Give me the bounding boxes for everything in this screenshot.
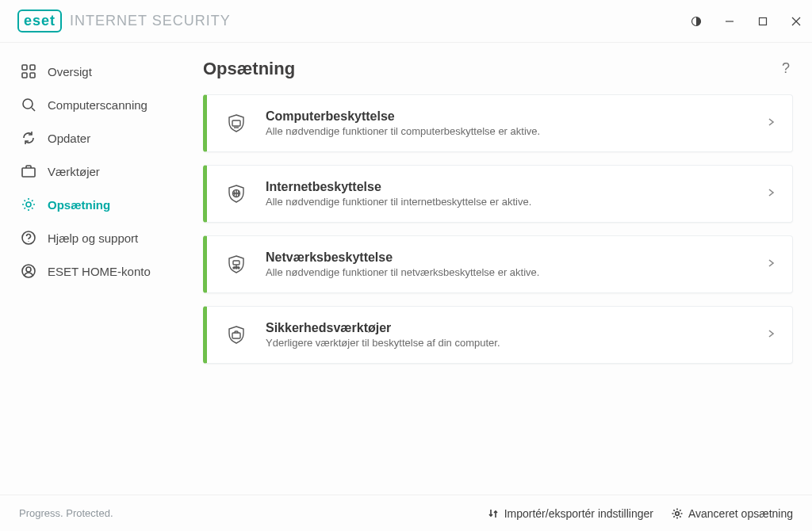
sidebar-item-tools[interactable]: Værktøjer — [0, 155, 189, 187]
svg-rect-20 — [233, 261, 239, 265]
sidebar-item-label: Opsætning — [48, 198, 110, 212]
footer: Progress. Protected. Importér/eksportér … — [0, 495, 812, 531]
import-export-label: Importér/eksportér indstillinger — [504, 507, 653, 520]
card-network-protection[interactable]: Netværksbeskyttelse Alle nødvendige funk… — [203, 235, 793, 293]
card-title: Computerbeskyttelse — [266, 109, 765, 124]
sidebar-item-label: Værktøjer — [48, 165, 100, 178]
sidebar-item-help[interactable]: Hjælp og support — [0, 222, 189, 254]
svg-point-9 — [23, 99, 33, 109]
svg-point-16 — [26, 267, 31, 272]
svg-point-14 — [28, 241, 29, 242]
svg-point-27 — [676, 511, 680, 515]
sidebar: Oversigt Computerscanning Opdater Værktø… — [0, 43, 189, 495]
footer-actions: Importér/eksportér indstillinger Avancer… — [487, 507, 793, 520]
card-body: Internetbeskyttelse Alle nødvendige funk… — [266, 180, 765, 208]
sidebar-item-label: Hjælp og support — [48, 231, 138, 245]
card-list: Computerbeskyttelse Alle nødvendige funk… — [203, 94, 793, 364]
titlebar: eset INTERNET SECURITY — [0, 0, 812, 43]
update-icon — [21, 130, 36, 146]
chevron-right-icon — [765, 187, 776, 201]
brand-logo: eset — [17, 10, 62, 32]
svg-rect-6 — [30, 65, 35, 70]
card-body: Computerbeskyttelse Alle nødvendige funk… — [266, 109, 765, 137]
shield-globe-icon — [224, 182, 248, 206]
page-title: Opsætning — [203, 59, 295, 79]
svg-rect-2 — [760, 17, 767, 25]
card-title: Sikkerhedsværktøjer — [266, 321, 765, 335]
account-icon — [21, 263, 36, 279]
chevron-right-icon — [765, 117, 776, 131]
card-subtitle: Alle nødvendige funktioner til internetb… — [266, 196, 765, 208]
brand: eset INTERNET SECURITY — [17, 10, 231, 32]
card-body: Netværksbeskyttelse Alle nødvendige funk… — [266, 250, 765, 278]
minimize-button[interactable] — [723, 15, 736, 28]
brand-product-name: INTERNET SECURITY — [70, 13, 231, 29]
sidebar-item-label: ESET HOME-konto — [48, 265, 151, 278]
svg-point-13 — [22, 231, 35, 244]
main-row: Oversigt Computerscanning Opdater Værktø… — [0, 43, 812, 495]
contrast-icon[interactable] — [690, 15, 703, 28]
shield-monitor-icon — [224, 112, 248, 136]
svg-rect-17 — [232, 120, 240, 126]
sidebar-item-scan[interactable]: Computerscanning — [0, 89, 189, 120]
window-controls — [690, 15, 802, 28]
sidebar-item-label: Opdater — [48, 132, 90, 145]
sidebar-item-label: Computerscanning — [48, 98, 147, 112]
card-body: Sikkerhedsværktøjer Yderligere værktøjer… — [266, 321, 765, 349]
sidebar-list: Oversigt Computerscanning Opdater Værktø… — [0, 55, 189, 287]
card-subtitle: Alle nødvendige funktioner til computerb… — [266, 125, 765, 137]
advanced-setup-label: Avanceret opsætning — [688, 507, 793, 520]
svg-rect-26 — [232, 333, 240, 338]
import-export-button[interactable]: Importér/eksportér indstillinger — [487, 507, 653, 520]
footer-tagline: Progress. Protected. — [19, 507, 113, 519]
card-title: Internetbeskyttelse — [266, 180, 765, 194]
sidebar-item-account[interactable]: ESET HOME-konto — [0, 255, 189, 287]
scan-icon — [21, 97, 36, 113]
sidebar-item-label: Oversigt — [48, 65, 92, 78]
help-button[interactable]: ? — [779, 57, 793, 80]
shield-briefcase-icon — [224, 323, 248, 347]
card-computer-protection[interactable]: Computerbeskyttelse Alle nødvendige funk… — [203, 94, 793, 152]
maximize-button[interactable] — [756, 15, 769, 28]
help-icon — [21, 230, 36, 246]
page-head: Opsætning ? — [203, 57, 793, 80]
setup-icon — [21, 197, 36, 212]
svg-rect-11 — [22, 168, 35, 177]
card-security-tools[interactable]: Sikkerhedsværktøjer Yderligere værktøjer… — [203, 306, 793, 364]
tools-icon — [21, 163, 36, 179]
overview-icon — [21, 63, 36, 79]
sidebar-item-overview[interactable]: Oversigt — [0, 55, 189, 87]
card-subtitle: Yderligere værktøjer til beskyttelse af … — [266, 337, 765, 349]
svg-rect-7 — [22, 73, 27, 78]
svg-line-10 — [32, 108, 35, 111]
card-subtitle: Alle nødvendige funktioner til netværksb… — [266, 266, 765, 278]
sidebar-item-update[interactable]: Opdater — [0, 122, 189, 154]
chevron-right-icon — [765, 258, 776, 272]
sidebar-item-setup[interactable]: Opsætning — [0, 189, 189, 220]
svg-rect-5 — [22, 65, 27, 70]
card-internet-protection[interactable]: Internetbeskyttelse Alle nødvendige funk… — [203, 165, 793, 223]
shield-network-icon — [224, 253, 248, 277]
content: Opsætning ? Computerbeskyttelse Alle nød… — [189, 43, 812, 495]
card-title: Netværksbeskyttelse — [266, 250, 765, 265]
import-export-icon — [487, 507, 500, 520]
svg-rect-8 — [30, 73, 35, 78]
close-button[interactable] — [790, 15, 802, 28]
gear-icon — [671, 507, 684, 520]
advanced-setup-button[interactable]: Avanceret opsætning — [671, 507, 793, 520]
svg-point-12 — [26, 202, 31, 207]
chevron-right-icon — [765, 328, 776, 342]
